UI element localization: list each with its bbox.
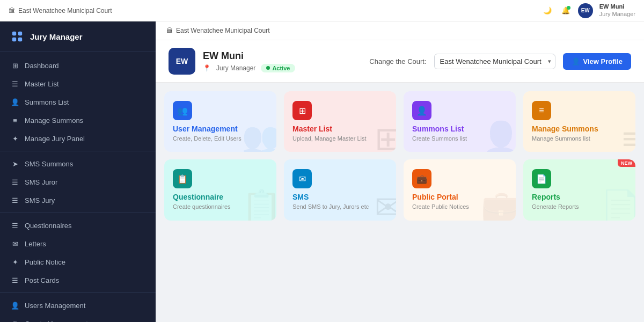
sidebar-label-users-management: Users Management (25, 302, 85, 310)
card-reports[interactable]: NEW 📄 Reports Generate Reports 📄 (523, 159, 635, 220)
card-title-summons-list: Summons List (412, 125, 507, 133)
main-content: 🏛 East Wenatchee Municipal Court EW EW M… (156, 21, 644, 322)
card-desc-sms: Send SMS to Jury, Jurors etc (292, 203, 387, 210)
card-title-questionnaire: Questionnaire (173, 193, 268, 201)
questionnaires-icon: ☰ (11, 221, 19, 230)
sidebar-item-sms-jury[interactable]: ☰ SMS Jury (0, 191, 156, 209)
card-desc-manage-summons: Manage Summons list (532, 135, 627, 142)
sidebar-label-manage-summons: Manage Summons (25, 116, 83, 125)
sidebar-label-courts-management: Courts Management (25, 320, 88, 323)
nav-divider-1 (0, 151, 156, 151)
sidebar-item-summons-list[interactable]: 👤 Summons List (0, 93, 156, 111)
card-title-manage-summons: Manage Summons (532, 125, 627, 133)
manage-summons-icon: ≡ (11, 116, 19, 125)
sidebar-item-post-cards[interactable]: ☰ Post Cards (0, 271, 156, 289)
profile-section: EW EW Muni 📍 Jury Manager Active Change (156, 40, 644, 83)
sidebar-item-users-management[interactable]: 👤 Users Management (0, 296, 156, 314)
sidebar-item-sms-juror[interactable]: ☰ SMS Juror (0, 173, 156, 191)
card-title-reports: Reports (532, 193, 627, 201)
card-public-portal[interactable]: 💼 Public Portal Create Public Notices 💼 (404, 159, 516, 220)
dark-mode-toggle[interactable]: 🌙 (541, 5, 553, 17)
court-building-icon: 🏛 (166, 27, 173, 34)
manage-summons-card-icon: ≡ (532, 101, 551, 120)
sidebar-label-letters: Letters (25, 240, 46, 248)
view-profile-label: View Profile (583, 57, 623, 65)
nav-divider-3 (0, 292, 156, 293)
sidebar-item-master-list[interactable]: ☰ Master List (0, 75, 156, 93)
card-desc-user-management: Create, Delete, Edit Users (173, 135, 268, 142)
view-profile-button[interactable]: 👤 View Profile (563, 53, 631, 70)
sidebar-item-manage-jury-panel[interactable]: ✦ Manage Jury Panel (0, 129, 156, 148)
sidebar: Jury Manager ⊞ Dashboard ☰ Master List 👤… (0, 21, 156, 322)
sidebar-item-dashboard[interactable]: ⊞ Dashboard (0, 56, 156, 75)
card-questionnaire[interactable]: 📋 Questionnaire Create questionnaires 📋 (164, 159, 276, 220)
post-cards-icon: ☰ (11, 276, 19, 284)
card-title-master-list: Master List (292, 125, 387, 133)
profile-initials: EW (176, 57, 188, 65)
svg-rect-1 (18, 32, 22, 35)
card-desc-public-portal: Create Public Notices (412, 203, 507, 210)
profile-role: Jury Manager (216, 64, 255, 72)
master-list-icon: ☰ (11, 79, 19, 88)
profile-right: Change the Court: East Wenatchee Municip… (369, 53, 631, 70)
user-management-card-icon: 👥 (173, 101, 192, 120)
sidebar-item-sms-summons[interactable]: ➤ SMS Summons (0, 155, 156, 173)
sidebar-item-courts-management[interactable]: ⚙ Courts Management (0, 314, 156, 322)
court-select-wrapper[interactable]: East Wenatchee Municipal Court (434, 54, 555, 69)
active-status: Active (272, 65, 290, 71)
sidebar-item-questionnaires[interactable]: ☰ Questionnaires (0, 216, 156, 235)
public-portal-card-icon: 💼 (412, 169, 431, 188)
card-title-public-portal: Public Portal (412, 193, 507, 201)
sidebar-header: Jury Manager (0, 21, 156, 52)
sidebar-item-letters[interactable]: ✉ Letters (0, 235, 156, 253)
sidebar-label-sms-summons: SMS Summons (25, 160, 73, 168)
card-master-list[interactable]: ⊞ Master List Upload, Manage Master List… (284, 91, 396, 152)
card-manage-summons[interactable]: ≡ Manage Summons Manage Summons list ≡ (523, 91, 635, 152)
court-label-top: 🏛 East Wenatchee Municipal Court (9, 7, 112, 14)
sidebar-label-summons-list: Summons List (25, 98, 69, 106)
card-desc-master-list: Upload, Manage Master List (292, 135, 387, 142)
sidebar-label-sms-jury: SMS Jury (25, 196, 55, 204)
sidebar-label-dashboard: Dashboard (25, 62, 59, 70)
user-info-top: EW Muni Jury Manager (599, 3, 635, 17)
sidebar-title: Jury Manager (30, 32, 83, 41)
court-select[interactable]: East Wenatchee Municipal Court (434, 54, 555, 69)
content-topbar: 🏛 East Wenatchee Municipal Court (156, 21, 644, 40)
notifications-icon[interactable]: 🔔 (560, 5, 572, 17)
card-desc-questionnaire: Create questionnaires (173, 203, 268, 210)
card-summons-list[interactable]: 👤 Summons List Create Summons list 👤 (404, 91, 516, 152)
card-sms[interactable]: ✉ SMS Send SMS to Jury, Jurors etc ✉ (284, 159, 396, 220)
nav-divider-2 (0, 213, 156, 213)
svg-rect-2 (12, 38, 16, 41)
profile-info: EW Muni 📍 Jury Manager Active (203, 50, 295, 72)
sms-jury-icon: ☰ (11, 196, 19, 204)
profile-left: EW EW Muni 📍 Jury Manager Active (169, 48, 295, 75)
sidebar-label-master-list: Master List (25, 80, 59, 88)
courts-management-icon: ⚙ (11, 319, 19, 322)
summons-list-icon: 👤 (11, 98, 19, 106)
summons-list-card-icon: 👤 (412, 101, 431, 120)
sidebar-label-questionnaires: Questionnaires (25, 222, 71, 230)
court-icon-top: 🏛 (9, 7, 15, 14)
svg-rect-3 (18, 38, 22, 41)
sms-card-icon: ✉ (292, 169, 312, 188)
change-court-label: Change the Court: (369, 57, 426, 65)
dashboard-icon: ⊞ (11, 61, 19, 70)
users-management-icon: 👤 (11, 301, 19, 310)
location-icon: 📍 (203, 64, 211, 72)
content-court-label: 🏛 East Wenatchee Municipal Court (166, 27, 270, 34)
profile-name: EW Muni (203, 50, 295, 62)
topbar-actions: 🌙 🔔 EW EW Muni Jury Manager (541, 3, 635, 18)
sidebar-label-post-cards: Post Cards (25, 276, 59, 284)
user-avatar-top: EW (578, 3, 593, 18)
reports-card-icon: 📄 (532, 169, 551, 188)
active-badge: Active (261, 64, 295, 72)
card-user-management[interactable]: 👥 User Management Create, Delete, Edit U… (164, 91, 276, 152)
sidebar-item-manage-summons[interactable]: ≡ Manage Summons (0, 111, 156, 129)
system-topbar: 🏛 East Wenatchee Municipal Court 🌙 🔔 EW … (0, 0, 644, 21)
manage-jury-panel-icon: ✦ (11, 134, 19, 143)
card-desc-reports: Generate Reports (532, 203, 627, 210)
profile-meta: 📍 Jury Manager Active (203, 64, 295, 72)
sms-summons-icon: ➤ (11, 159, 19, 168)
sidebar-item-public-notice[interactable]: ✦ Public Notice (0, 253, 156, 271)
